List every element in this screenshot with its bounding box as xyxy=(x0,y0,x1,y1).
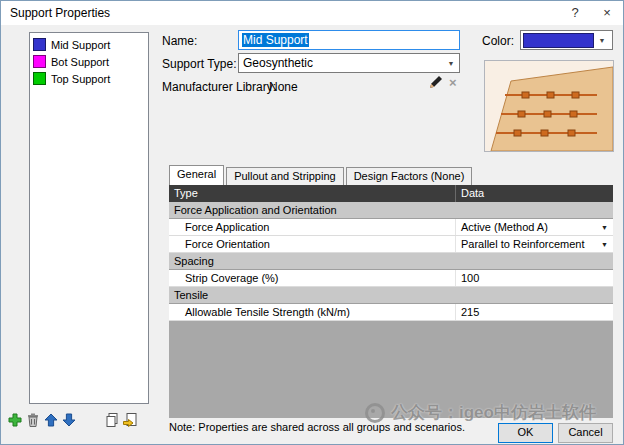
support-color-swatch xyxy=(33,72,46,85)
name-label: Name: xyxy=(162,34,197,48)
support-type-value: Geosynthetic xyxy=(243,56,313,70)
strip-coverage-input[interactable]: 100 xyxy=(456,270,613,286)
name-input[interactable]: Mid Support xyxy=(238,30,460,50)
property-name: Force Orientation xyxy=(169,236,456,252)
tensile-strength-input[interactable]: 215 xyxy=(456,304,613,320)
support-color-swatch xyxy=(33,38,46,51)
property-name: Force Application xyxy=(169,219,456,235)
column-header-type: Type xyxy=(169,185,456,202)
copy-icon[interactable] xyxy=(104,412,120,430)
section-header-tensile: Tensile xyxy=(169,287,613,304)
force-orientation-dropdown[interactable]: Parallel to Reinforcement ▼ xyxy=(456,236,613,252)
edit-pencil-icon[interactable] xyxy=(428,74,444,90)
support-type-label: Support Type: xyxy=(162,57,237,71)
property-name: Strip Coverage (%) xyxy=(169,270,456,286)
paste-icon[interactable] xyxy=(122,412,138,430)
table-row: Strip Coverage (%) 100 xyxy=(169,270,613,287)
table-header-row: Type Data xyxy=(169,185,613,202)
list-item-label: Mid Support xyxy=(51,39,110,51)
footer-note: Note: Properties are shared across all g… xyxy=(169,421,465,433)
move-up-icon[interactable] xyxy=(43,412,59,430)
cancel-button[interactable]: Cancel xyxy=(558,423,613,443)
list-item-bot-support[interactable]: Bot Support xyxy=(30,53,148,70)
chevron-down-icon: ▼ xyxy=(601,236,608,253)
force-application-dropdown[interactable]: Active (Method A) ▼ xyxy=(456,219,613,235)
ok-button[interactable]: OK xyxy=(498,423,553,443)
chevron-down-icon: ▼ xyxy=(443,60,459,67)
tab-design-factors[interactable]: Design Factors (None) xyxy=(346,167,473,185)
table-row: Force Application Active (Method A) ▼ xyxy=(169,219,613,236)
support-properties-dialog: Support Properties ? × Mid Support Bot S… xyxy=(0,0,624,445)
manufacturer-library-label: Manufacturer Library: xyxy=(162,80,276,94)
delete-support-icon[interactable] xyxy=(25,412,41,430)
tab-pullout-and-stripping[interactable]: Pullout and Stripping xyxy=(226,167,344,185)
clear-library-icon[interactable]: × xyxy=(449,75,457,90)
property-value: 100 xyxy=(461,272,479,284)
help-button[interactable]: ? xyxy=(559,1,591,25)
list-item-label: Top Support xyxy=(51,73,110,85)
properties-table: Type Data Force Application and Orientat… xyxy=(169,185,613,418)
table-row: Force Orientation Parallel to Reinforcem… xyxy=(169,236,613,253)
support-list[interactable]: Mid Support Bot Support Top Support xyxy=(29,32,149,404)
list-toolbar xyxy=(7,412,77,430)
list-toolbar-copy-group xyxy=(104,412,138,430)
title-bar: Support Properties ? × xyxy=(1,1,623,25)
property-value: 215 xyxy=(461,306,479,318)
table-row: Allowable Tensile Strength (kN/m) 215 xyxy=(169,304,613,321)
property-name: Allowable Tensile Strength (kN/m) xyxy=(169,304,456,320)
support-type-dropdown[interactable]: Geosynthetic ▼ xyxy=(238,53,460,73)
list-item-label: Bot Support xyxy=(51,56,109,68)
section-header-spacing: Spacing xyxy=(169,253,613,270)
support-preview-image xyxy=(484,60,614,152)
section-header-force: Force Application and Orientation xyxy=(169,202,613,219)
window-title: Support Properties xyxy=(10,6,110,20)
move-down-icon[interactable] xyxy=(61,412,77,430)
color-dropdown[interactable]: ▼ xyxy=(520,30,613,50)
list-item-mid-support[interactable]: Mid Support xyxy=(30,36,148,53)
name-value: Mid Support xyxy=(242,33,309,47)
property-value: Active (Method A) xyxy=(461,221,548,233)
chevron-down-icon: ▼ xyxy=(601,219,608,236)
list-item-top-support[interactable]: Top Support xyxy=(30,70,148,87)
color-swatch xyxy=(523,33,594,48)
property-value: Parallel to Reinforcement xyxy=(461,238,585,250)
support-color-swatch xyxy=(33,55,46,68)
tab-strip: General Pullout and Stripping Design Fac… xyxy=(169,166,474,185)
tab-general[interactable]: General xyxy=(169,165,224,185)
manufacturer-library-value: None xyxy=(269,80,298,94)
close-button[interactable]: × xyxy=(591,1,623,25)
column-header-data: Data xyxy=(456,185,613,202)
color-label: Color: xyxy=(482,34,514,48)
chevron-down-icon: ▼ xyxy=(594,37,610,44)
add-support-icon[interactable] xyxy=(7,412,23,430)
